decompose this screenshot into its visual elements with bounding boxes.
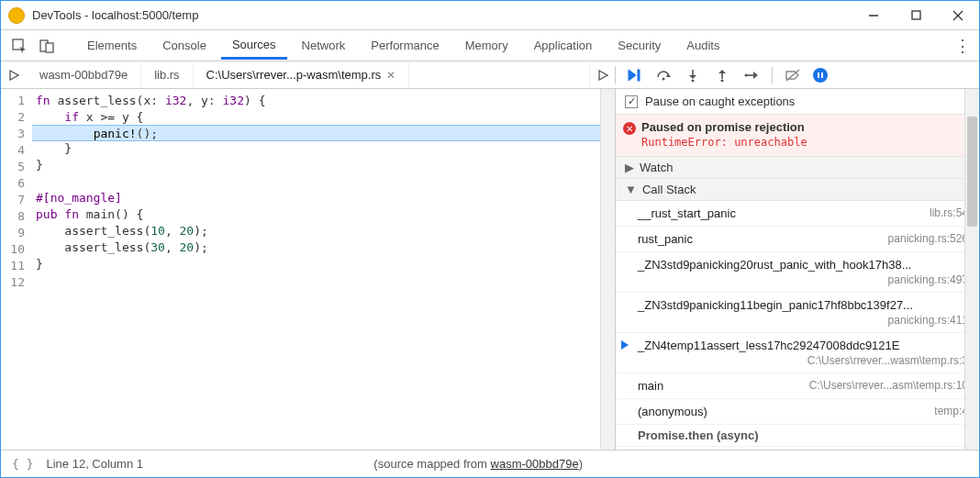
step-over-button[interactable] [654, 66, 673, 84]
panel-tab-audits[interactable]: Audits [675, 33, 730, 58]
devtools-app-icon [8, 7, 25, 24]
sidebar-scrollbar[interactable] [964, 89, 979, 450]
step-button[interactable] [742, 66, 761, 84]
code-line[interactable]: panic!(); [32, 125, 600, 141]
more-tabs-icon[interactable] [589, 61, 615, 88]
svg-marker-8 [599, 71, 607, 80]
svg-rect-1 [912, 11, 920, 19]
file-tab-label: lib.rs [154, 68, 179, 82]
svg-rect-23 [818, 72, 819, 78]
svg-marker-9 [629, 70, 636, 81]
pause-reason-title: Paused on promise rejection [641, 120, 970, 134]
source-code-editor[interactable]: 123456789101112 fn assert_less(x: i32, y… [1, 89, 615, 450]
panel-tab-elements[interactable]: Elements [76, 33, 148, 58]
debugger-sidebar: ✓ Pause on caught exceptions ✕ Paused on… [615, 89, 979, 450]
debugger-controls [615, 66, 979, 84]
code-line[interactable]: pub fn main() { [32, 206, 600, 223]
panel-tab-console[interactable]: Console [151, 33, 217, 58]
code-line[interactable] [32, 173, 600, 190]
show-navigator-icon[interactable] [1, 61, 27, 88]
pause-banner: ✕ Paused on promise rejection RuntimeErr… [616, 115, 979, 157]
file-tab[interactable]: lib.rs [141, 61, 193, 88]
device-toolbar-icon[interactable] [36, 35, 58, 57]
more-options-icon[interactable]: ⋮ [953, 36, 972, 56]
window-close-button[interactable] [937, 1, 979, 29]
svg-point-21 [745, 73, 748, 76]
callstack-section-header[interactable]: ▼Call Stack [616, 179, 979, 201]
pause-on-exceptions-button[interactable] [813, 68, 828, 83]
file-tab-label: C:\Users\rrever...p-wasm\temp.rs [206, 68, 382, 82]
watch-section-header[interactable]: ▶Watch [616, 157, 979, 179]
window-maximize-button[interactable] [895, 1, 937, 29]
stack-frame[interactable]: rust_panicpanicking.rs:526 [616, 227, 979, 252]
devtools-toolbar: ElementsConsoleSourcesNetworkPerformance… [1, 30, 979, 61]
code-line[interactable]: if x >= y { [32, 109, 600, 126]
pause-on-caught-row[interactable]: ✓ Pause on caught exceptions [616, 89, 979, 115]
close-icon[interactable]: ✕ [386, 69, 395, 82]
stack-frame[interactable]: _ZN4temp11assert_less17hc29247008ddc9121… [616, 333, 979, 373]
line-number-gutter: 123456789101112 [1, 89, 32, 450]
code-line[interactable] [32, 272, 600, 289]
svg-marker-14 [689, 75, 696, 79]
code-line[interactable]: #[no_mangle] [32, 190, 600, 206]
async-boundary-label: Promise.then (async) [616, 425, 979, 447]
file-tab[interactable]: wasm-00bbd79e [27, 61, 141, 88]
svg-marker-7 [10, 71, 18, 80]
svg-point-12 [663, 77, 665, 80]
panel-tab-security[interactable]: Security [607, 33, 672, 58]
panel-tabs: ElementsConsoleSourcesNetworkPerformance… [76, 32, 953, 60]
window-minimize-button[interactable] [852, 1, 895, 29]
pretty-print-icon[interactable]: { } [12, 457, 33, 471]
code-content[interactable]: fn assert_less(x: i32, y: i32) { if x >=… [32, 89, 600, 450]
panel-tab-performance[interactable]: Performance [360, 33, 450, 58]
source-map-info: (source mapped from wasm-00bbd79e) [373, 457, 583, 471]
code-scrollbar[interactable] [600, 89, 615, 450]
step-out-button[interactable] [713, 66, 731, 84]
svg-rect-6 [46, 43, 53, 52]
window-title: DevTools - localhost:5000/temp [32, 8, 852, 22]
code-line[interactable]: } [32, 140, 600, 157]
svg-rect-24 [821, 72, 823, 78]
panel-tab-memory[interactable]: Memory [454, 33, 519, 58]
pause-on-caught-label: Pause on caught exceptions [645, 94, 795, 108]
deactivate-breakpoints-button[interactable] [784, 66, 802, 84]
file-tab-label: wasm-00bbd79e [39, 68, 128, 82]
cursor-position: Line 12, Column 1 [46, 457, 143, 471]
error-icon: ✕ [623, 122, 636, 135]
panel-tab-application[interactable]: Application [523, 33, 604, 58]
svg-marker-20 [753, 72, 758, 79]
stack-frame[interactable]: _ZN3std9panicking20rust_panic_with_hook1… [616, 252, 979, 293]
svg-point-18 [721, 79, 724, 82]
stack-frame[interactable]: __rust_start_paniclib.rs:54 [616, 201, 979, 227]
stack-frame[interactable]: _ZN3std9panicking11begin_panic17hf8bbc13… [616, 293, 979, 333]
panel-tab-network[interactable]: Network [291, 33, 357, 58]
svg-rect-10 [638, 70, 640, 81]
code-line[interactable]: assert_less(30, 20); [32, 239, 600, 256]
source-map-link[interactable]: wasm-00bbd79e [491, 457, 579, 471]
code-line[interactable]: } [32, 256, 600, 272]
svg-point-15 [692, 79, 695, 82]
window-titlebar: DevTools - localhost:5000/temp [1, 1, 979, 30]
panel-tab-sources[interactable]: Sources [221, 32, 287, 60]
stack-frame[interactable]: (anonymous)temp:4 [616, 399, 979, 425]
svg-marker-17 [718, 70, 726, 73]
code-line[interactable]: } [32, 157, 600, 173]
inspect-element-icon[interactable] [8, 35, 30, 57]
resume-script-button[interactable] [625, 66, 643, 84]
pause-on-caught-checkbox[interactable]: ✓ [625, 95, 638, 108]
sources-subtabs: wasm-00bbd79elib.rsC:\Users\rrever...p-w… [1, 61, 979, 89]
file-tab[interactable]: C:\Users\rrever...p-wasm\temp.rs✕ [194, 61, 410, 88]
code-line[interactable]: fn assert_less(x: i32, y: i32) { [32, 93, 600, 109]
stack-frame[interactable]: mainC:\Users\rrever...asm\temp.rs:10 [616, 373, 979, 399]
call-stack-list: __rust_start_paniclib.rs:54rust_panicpan… [616, 201, 979, 447]
code-line[interactable]: assert_less(10, 20); [32, 223, 600, 239]
step-into-button[interactable] [684, 66, 702, 84]
pause-reason-message: RuntimeError: unreachable [641, 136, 970, 149]
status-bar: { } Line 12, Column 1 (source mapped fro… [1, 450, 979, 477]
